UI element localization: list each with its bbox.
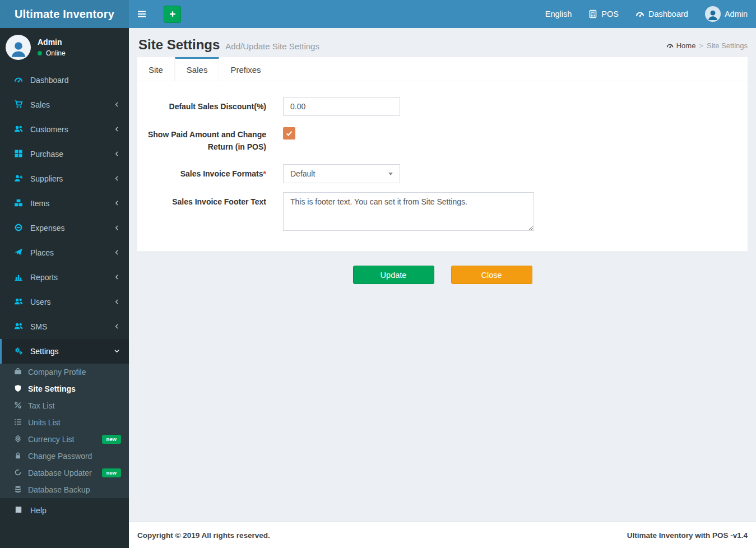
dashboard-icon [666,42,674,49]
chevron-left-icon [114,199,120,208]
sidebar-item-items[interactable]: Items [0,191,129,216]
sidebar-item-label: Purchase [30,150,63,159]
sales-invoice-format-select[interactable]: Default [283,164,400,183]
gears-icon [14,346,23,357]
bar-chart-icon [14,272,23,283]
submenu-item-database-updater[interactable]: Database Updater new [0,465,129,481]
user-status: Online [38,49,66,57]
quick-add-button[interactable] [164,6,181,23]
version-text: Ultimate Inventory with POS -v1.4 [627,531,748,540]
form-row-paid-amount: Show Paid Amount and Change Return (in P… [143,125,742,153]
sidebar-menu-bottom: Help [0,498,129,523]
language-label: English [545,10,572,18]
submenu-item-database-backup[interactable]: Database Backup [0,481,129,498]
sidebar-item-suppliers[interactable]: Suppliers [0,166,129,191]
sidebar-toggle-button[interactable] [129,0,155,28]
tab-site[interactable]: Site [137,57,175,81]
account-label: Admin [725,10,748,18]
default-sales-discount-input[interactable] [283,97,400,116]
circle-notch-icon [14,468,22,478]
sidebar-item-label: SMS [30,322,47,331]
users-icon [14,297,23,308]
dashboard-link[interactable]: Dashboard [627,0,697,28]
chevron-left-icon [114,150,120,159]
form-actions: Update Close [137,266,748,284]
submenu-item-change-password[interactable]: Change Password [0,448,129,465]
person-icon [707,9,719,21]
dashboard-label: Dashboard [648,10,688,18]
invoice-format-label-text: Sales Invoice Formats [180,169,263,178]
submenu-item-tax-list[interactable]: Tax List [0,397,129,414]
sidebar-item-label: Sales [30,100,50,109]
sidebar-item-expenses[interactable]: Expenses [0,216,129,240]
new-badge: new [102,435,121,444]
submenu-item-company-profile[interactable]: Company Profile [0,364,129,380]
minus-circle-icon [14,223,23,234]
caret-down-icon [388,173,393,175]
avatar [705,6,721,22]
sidebar-item-label: Help [30,506,47,515]
submenu-item-label: Units List [28,418,61,427]
select-value: Default [290,169,315,178]
tab-sales[interactable]: Sales [175,57,220,81]
avatar [6,35,31,60]
users-icon [14,124,23,135]
sidebar-item-settings[interactable]: Settings [0,339,129,364]
sidebar-item-help[interactable]: Help [0,498,129,523]
submenu-item-currency-list[interactable]: Currency List new [0,431,129,448]
submenu-item-label: Site Settings [28,384,76,393]
update-button[interactable]: Update [353,266,434,284]
page-subtitle: Add/Update Site Settings [225,41,319,51]
invoice-footer-text-textarea[interactable]: This is footer text. You can set it from… [283,192,534,231]
user-name: Admin [38,38,66,47]
breadcrumb-home-label: Home [676,41,696,50]
sidebar-item-purchase[interactable]: Purchase [0,142,129,166]
user-panel: Admin Online [0,28,129,68]
paid-amount-label: Show Paid Amount and Change Return (in P… [143,125,283,153]
form-row-footer-text: Sales Invoice Footer Text This is footer… [143,192,742,233]
sidebar-item-sales[interactable]: Sales [0,92,129,117]
person-icon [9,40,28,59]
grid-icon [14,149,23,160]
app-logo[interactable]: Ultimate Inventory [0,0,129,28]
breadcrumb-home-link[interactable]: Home [666,41,696,50]
sidebar-item-label: Settings [30,347,59,356]
sidebar-item-customers[interactable]: Customers [0,117,129,142]
main-area: English POS Dashboard Admin Site Setting… [129,0,756,548]
briefcase-icon [14,368,22,377]
user-status-label: Online [46,49,66,57]
sidebar-item-label: Items [30,199,49,208]
users-icon [14,322,23,332]
content-header: Site Settings Add/Update Site Settings H… [137,36,748,57]
language-menu[interactable]: English [537,0,581,28]
chevron-left-icon [114,273,120,282]
sidebar-item-users[interactable]: Users [0,290,129,314]
new-badge: new [102,468,121,477]
dashboard-icon [636,10,644,18]
percent-icon [14,401,22,411]
account-menu[interactable]: Admin [697,0,756,28]
sidebar-item-dashboard[interactable]: Dashboard [0,68,129,92]
submenu-item-site-settings[interactable]: Site Settings [0,380,129,397]
close-button[interactable]: Close [451,266,532,284]
show-paid-amount-checkbox[interactable] [283,127,295,140]
sidebar-item-places[interactable]: Places [0,240,129,265]
submenu-item-units-list[interactable]: Units List [0,414,129,431]
submenu-item-label: Database Updater [28,468,92,477]
settings-tab-box: Site Sales Prefixes Default Sales Discou… [137,57,748,252]
submenu-item-label: Change Password [28,452,92,461]
submenu-item-label: Tax List [28,401,54,410]
sidebar-item-label: Dashboard [30,76,69,85]
settings-submenu: Company Profile Site Settings Tax List U… [0,364,129,498]
sidebar-item-sms[interactable]: SMS [0,314,129,339]
pos-link[interactable]: POS [580,0,627,28]
sales-tab-panel: Default Sales Discount(%) Show Paid Amou… [137,81,748,252]
sidebar-item-reports[interactable]: Reports [0,265,129,290]
top-navbar: English POS Dashboard Admin [129,0,756,28]
tab-prefixes[interactable]: Prefixes [219,57,272,81]
page-title: Site Settings [138,37,220,53]
sidebar-menu: Dashboard Sales Customers Purchase Suppl… [0,68,129,364]
chevron-left-icon [114,224,120,233]
sidebar-item-label: Suppliers [30,174,63,183]
app-title: Ultimate Inventory [15,8,114,21]
